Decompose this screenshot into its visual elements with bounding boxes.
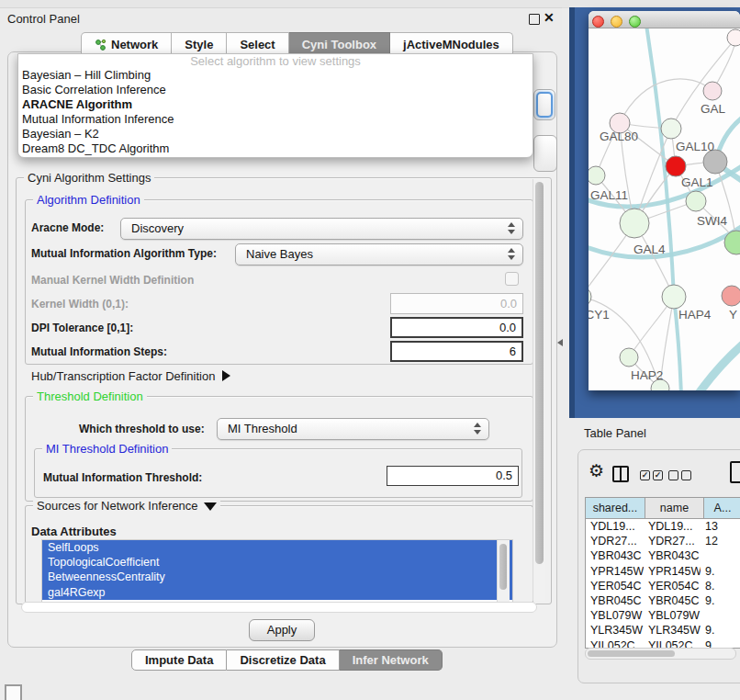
- checked-attributes-icon[interactable]: ✓ ✓: [640, 470, 663, 480]
- aracne-mode-combo[interactable]: Discovery: [120, 218, 523, 240]
- attribute-item[interactable]: BetweennessCentrality: [42, 570, 512, 584]
- attribute-item[interactable]: TopologicalCoefficient: [42, 555, 512, 570]
- table-row[interactable]: YDR27...YDR27...12: [586, 534, 740, 548]
- table-cell[interactable]: YDR27...: [644, 534, 701, 548]
- algorithm-popup-item[interactable]: ARACNE Algorithm: [18, 97, 533, 112]
- table-cell[interactable]: [701, 608, 740, 623]
- attributes-scrollbar[interactable]: [497, 540, 510, 602]
- attribute-item[interactable]: gal4RGexp: [42, 585, 512, 600]
- settings-scrollbar[interactable]: [533, 179, 545, 601]
- network-node[interactable]: [727, 29, 740, 46]
- close-traffic-light-icon[interactable]: [592, 16, 604, 28]
- tab-select[interactable]: Select: [227, 32, 288, 53]
- tab-impute-data[interactable]: Impute Data: [131, 649, 227, 671]
- mi-steps-field[interactable]: 6: [390, 341, 523, 362]
- network-node-gal4[interactable]: [620, 209, 649, 238]
- table-cell[interactable]: YLR345W: [586, 623, 644, 638]
- table-row[interactable]: YBL079WYBL079W: [586, 608, 740, 623]
- split-pane-collapse-icon[interactable]: [557, 339, 563, 346]
- attribute-item[interactable]: SelfLoops: [42, 540, 512, 555]
- table-cell[interactable]: YBR045C: [586, 593, 644, 608]
- table-cell[interactable]: YER054C: [586, 579, 644, 593]
- minimized-panel-icon[interactable]: [5, 684, 22, 700]
- table-row[interactable]: YDL19...YDL19...13: [586, 519, 740, 534]
- table-cell[interactable]: 8.: [701, 579, 740, 593]
- table-hscrollbar-thumb[interactable]: [588, 650, 675, 657]
- document-icon[interactable]: [730, 461, 740, 483]
- apply-button[interactable]: Apply: [249, 619, 315, 641]
- table-row[interactable]: YBR043CYBR043C: [586, 548, 740, 563]
- table-cell[interactable]: 12: [701, 534, 740, 548]
- column-header[interactable]: A...: [704, 498, 740, 518]
- collapse-down-icon[interactable]: [204, 502, 217, 511]
- table-row[interactable]: YBR045CYBR045C9.: [586, 593, 740, 608]
- network-node-gal11[interactable]: [589, 166, 605, 185]
- table-cell[interactable]: YPR145W: [644, 564, 701, 579]
- table-cell[interactable]: YER054C: [644, 579, 701, 593]
- column-header[interactable]: shared...: [586, 498, 645, 518]
- unchecked-attributes-icon[interactable]: [668, 470, 691, 480]
- table-cell[interactable]: 13: [701, 519, 740, 534]
- table-cell[interactable]: YDL19...: [644, 519, 701, 534]
- inference-algorithm-combo-fragment[interactable]: [533, 89, 555, 120]
- table-hscrollbar[interactable]: [585, 648, 736, 660]
- table-cell[interactable]: YDL19...: [586, 519, 644, 534]
- table-cell[interactable]: YPR145W: [586, 564, 644, 579]
- network-window-titlebar[interactable]: [589, 11, 740, 28]
- mi-threshold-field[interactable]: 0.5: [387, 466, 519, 486]
- table-row[interactable]: YLR345WYLR345W9.: [586, 623, 740, 638]
- expand-right-icon[interactable]: [222, 370, 230, 381]
- node-table[interactable]: shared...nameA... YDL19...YDL19...13YDR2…: [585, 497, 740, 649]
- tab-style[interactable]: Style: [172, 32, 227, 53]
- algorithm-popup-item[interactable]: Dream8 DC_TDC Algorithm: [18, 141, 533, 156]
- kernel-width-field[interactable]: 0.0: [390, 293, 523, 314]
- network-node-y[interactable]: [722, 286, 740, 306]
- column-header[interactable]: name: [645, 498, 704, 518]
- network-window[interactable]: GALGAL80GAL10GAL1GAL11SWI4GAL4GCY1HAP4YH…: [589, 11, 740, 390]
- table-cell[interactable]: [701, 548, 740, 563]
- float-window-icon[interactable]: [529, 14, 540, 25]
- zoom-traffic-light-icon[interactable]: [629, 16, 641, 28]
- hub-section-toggle[interactable]: Hub/Transcription Factor Definition: [31, 369, 230, 383]
- table-cell[interactable]: 9.: [701, 564, 740, 579]
- close-icon[interactable]: ✕: [544, 10, 555, 25]
- attributes-scrollbar-thumb[interactable]: [499, 544, 507, 590]
- manual-kernel-width-checkbox[interactable]: [505, 272, 519, 286]
- table-cell[interactable]: 9.: [701, 623, 740, 638]
- table-row[interactable]: YER054CYER054C8.: [586, 579, 740, 593]
- dpi-tolerance-field[interactable]: 0.0: [390, 317, 523, 338]
- table-cell[interactable]: YBR043C: [644, 548, 701, 563]
- algorithm-popup-item[interactable]: Bayesian – Hill Climbing: [18, 68, 533, 83]
- network-node-hap4[interactable]: [662, 285, 686, 309]
- table-cell[interactable]: YBR043C: [586, 548, 644, 563]
- algorithm-popup-item[interactable]: Bayesian – K2: [18, 127, 533, 141]
- network-node-gal1[interactable]: [666, 156, 686, 176]
- minimize-traffic-light-icon[interactable]: [611, 16, 622, 28]
- algorithm-popup-item[interactable]: Mutual Information Inference: [18, 112, 533, 127]
- tab-infer-network[interactable]: Infer Network: [340, 649, 443, 671]
- tab-jactivemnodules[interactable]: jActiveMNodules: [390, 32, 513, 53]
- settings-scrollbar-thumb[interactable]: [535, 182, 544, 564]
- tab-network[interactable]: Network: [81, 32, 172, 53]
- mi-algorithm-type-combo[interactable]: Naive Bayes: [235, 243, 523, 265]
- gear-icon[interactable]: ⚙: [589, 462, 604, 480]
- settings-hscrollbar[interactable]: [21, 602, 537, 613]
- network-node-gal10[interactable]: [661, 119, 681, 139]
- network-node-swi4[interactable]: [686, 191, 706, 211]
- table-cell[interactable]: YBR045C: [644, 593, 701, 608]
- table-cell[interactable]: 9.: [701, 593, 740, 608]
- network-canvas[interactable]: GALGAL80GAL10GAL1GAL11SWI4GAL4GCY1HAP4YH…: [589, 28, 740, 390]
- network-node-gcy1[interactable]: [589, 287, 591, 307]
- algorithm-popup-item[interactable]: Basic Correlation Inference: [18, 83, 533, 97]
- tab-discretize-data[interactable]: Discretize Data: [227, 649, 339, 671]
- table-cell[interactable]: YLR345W: [644, 623, 701, 638]
- data-attributes-list[interactable]: SelfLoopsTopologicalCoefficientBetweenne…: [41, 539, 513, 604]
- table-cell[interactable]: YBL079W: [586, 608, 644, 623]
- network-node-hap2[interactable]: [620, 348, 638, 367]
- network-node-gal[interactable]: [703, 82, 722, 100]
- columns-icon[interactable]: [612, 466, 629, 482]
- table-cell[interactable]: YDR27...: [586, 534, 644, 548]
- tab-cyni-toolbox[interactable]: Cyni Toolbox: [289, 32, 390, 53]
- table-row[interactable]: YPR145WYPR145W9.: [586, 564, 740, 579]
- network-graph[interactable]: GALGAL80GAL10GAL1GAL11SWI4GAL4GCY1HAP4YH…: [589, 28, 740, 390]
